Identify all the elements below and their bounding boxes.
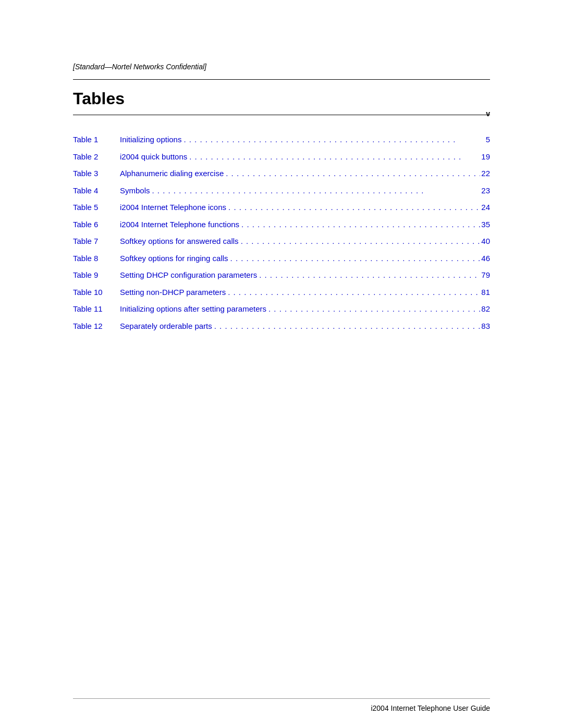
toc-title-text: Softkey options for answered calls: [120, 236, 239, 248]
toc-row: Table 4Symbols . . . . . . . . . . . . .…: [73, 185, 490, 197]
toc-page: 46: [481, 253, 490, 265]
toc-label[interactable]: Table 12: [73, 320, 120, 332]
toc-title-text: Initializing options: [120, 134, 181, 146]
toc-title-text: i2004 Internet Telephone functions: [120, 219, 239, 231]
toc-dots: . . . . . . . . . . . . . . . . . . . . …: [230, 253, 481, 265]
toc-label[interactable]: Table 7: [73, 236, 120, 248]
toc-label[interactable]: Table 1: [73, 134, 120, 146]
footer-rule: [73, 698, 490, 699]
toc-label[interactable]: Table 4: [73, 185, 120, 197]
toc-title-text: Softkey options for ringing calls: [120, 253, 228, 265]
toc-dots: . . . . . . . . . . . . . . . . . . . . …: [241, 219, 480, 231]
toc-dots: . . . . . . . . . . . . . . . . . . . . …: [214, 320, 481, 332]
toc-row: Table 2i2004 quick buttons . . . . . . .…: [73, 151, 490, 163]
toc-page: 83: [481, 320, 490, 332]
toc-dots: . . . . . . . . . . . . . . . . . . . . …: [183, 134, 484, 146]
toc-dots: . . . . . . . . . . . . . . . . . . . . …: [241, 236, 481, 248]
toc-row: Table 1Initializing options . . . . . . …: [73, 134, 490, 146]
toc-title-text: i2004 quick buttons: [120, 151, 187, 163]
toc-row: Table 5i2004 Internet Telephone icons . …: [73, 202, 490, 214]
page-title: Tables: [73, 89, 490, 108]
toc-title-link[interactable]: Softkey options for answered calls . . .…: [120, 236, 490, 248]
toc-label[interactable]: Table 5: [73, 202, 120, 214]
toc-page: 35: [481, 219, 490, 231]
toc-title-link[interactable]: Separately orderable parts . . . . . . .…: [120, 320, 490, 332]
toc-title-text: Separately orderable parts: [120, 320, 212, 332]
toc-page: 5: [486, 134, 490, 146]
toc-title-link[interactable]: i2004 quick buttons . . . . . . . . . . …: [120, 151, 490, 163]
toc-page: 40: [481, 236, 490, 248]
toc-label[interactable]: Table 2: [73, 151, 120, 163]
toc-dots: . . . . . . . . . . . . . . . . . . . . …: [226, 168, 480, 180]
toc-page: 24: [481, 202, 490, 214]
toc-label[interactable]: Table 3: [73, 168, 120, 180]
toc-title-text: Alphanumeric dialing exercise: [120, 168, 224, 180]
toc-page: 79: [481, 269, 490, 281]
toc-title-text: i2004 Internet Telephone icons: [120, 202, 226, 214]
toc-row: Table 10Setting non-DHCP parameters . . …: [73, 287, 490, 299]
toc-label[interactable]: Table 8: [73, 253, 120, 265]
page-container: [Standard—Nortel Networks Confidential] …: [0, 0, 563, 728]
footer-section: i2004 Internet Telephone User Guide: [0, 698, 563, 728]
toc-section: Table 1Initializing options . . . . . . …: [0, 115, 563, 337]
page-title-section: Tables: [0, 80, 563, 115]
toc-title-text: Symbols: [120, 185, 150, 197]
top-section: [Standard—Nortel Networks Confidential]: [0, 0, 563, 79]
toc-dots: . . . . . . . . . . . . . . . . . . . . …: [228, 202, 480, 214]
toc-title-text: Setting non-DHCP parameters: [120, 287, 226, 299]
confidential-label: [Standard—Nortel Networks Confidential]: [73, 63, 490, 71]
toc-title-link[interactable]: i2004 Internet Telephone functions . . .…: [120, 219, 490, 231]
toc-page: 23: [481, 185, 490, 197]
toc-page: 82: [481, 303, 490, 315]
toc-title-link[interactable]: Initializing options after setting param…: [120, 303, 490, 315]
toc-page: 22: [481, 168, 490, 180]
toc-label[interactable]: Table 9: [73, 269, 120, 281]
toc-row: Table 6i2004 Internet Telephone function…: [73, 219, 490, 231]
toc-dots: . . . . . . . . . . . . . . . . . . . . …: [189, 151, 480, 163]
toc-title-text: Setting DHCP configuration parameters: [120, 269, 257, 281]
toc-page: 19: [481, 151, 490, 163]
footer-text: i2004 Internet Telephone User Guide: [73, 704, 490, 712]
toc-row: Table 3Alphanumeric dialing exercise . .…: [73, 168, 490, 180]
toc-page: 81: [481, 287, 490, 299]
toc-dots: . . . . . . . . . . . . . . . . . . . . …: [268, 303, 480, 315]
toc-label[interactable]: Table 6: [73, 219, 120, 231]
toc-label[interactable]: Table 10: [73, 287, 120, 299]
toc-row: Table 9Setting DHCP configuration parame…: [73, 269, 490, 281]
toc-dots: . . . . . . . . . . . . . . . . . . . . …: [152, 185, 481, 197]
toc-title-link[interactable]: Setting non-DHCP parameters . . . . . . …: [120, 287, 490, 299]
toc-row: Table 8Softkey options for ringing calls…: [73, 253, 490, 265]
toc-title-link[interactable]: Setting DHCP configuration parameters . …: [120, 269, 490, 281]
toc-title-link[interactable]: Initializing options . . . . . . . . . .…: [120, 134, 490, 146]
toc-title-link[interactable]: i2004 Internet Telephone icons . . . . .…: [120, 202, 490, 214]
toc-title-link[interactable]: Alphanumeric dialing exercise . . . . . …: [120, 168, 490, 180]
toc-title-link[interactable]: Symbols . . . . . . . . . . . . . . . . …: [120, 185, 490, 197]
page-number: v: [486, 109, 490, 118]
toc-dots: . . . . . . . . . . . . . . . . . . . . …: [228, 287, 480, 299]
toc-label[interactable]: Table 11: [73, 303, 120, 315]
toc-row: Table 11Initializing options after setti…: [73, 303, 490, 315]
toc-dots: . . . . . . . . . . . . . . . . . . . . …: [259, 269, 480, 281]
toc-title-text: Initializing options after setting param…: [120, 303, 266, 315]
toc-row: Table 7Softkey options for answered call…: [73, 236, 490, 248]
toc-row: Table 12Separately orderable parts . . .…: [73, 320, 490, 332]
toc-title-link[interactable]: Softkey options for ringing calls . . . …: [120, 253, 490, 265]
